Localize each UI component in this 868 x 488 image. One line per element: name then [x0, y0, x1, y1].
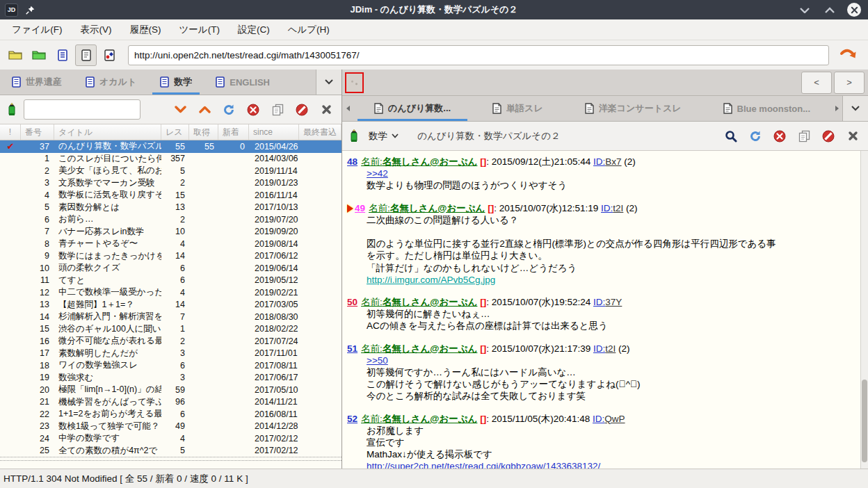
stop-button[interactable] — [771, 127, 789, 145]
prev-view-button[interactable]: < — [801, 72, 832, 94]
thread-view-button[interactable] — [75, 44, 97, 66]
close-panel-button[interactable] — [317, 101, 335, 119]
menu-item[interactable]: ヘルプ(H) — [279, 19, 339, 40]
thread-row[interactable]: 4 数学板に活気を取り戻すぞ 15 2016/11/14 — [0, 189, 341, 202]
col-title[interactable]: タイトル — [54, 124, 161, 140]
url-go-button[interactable] — [836, 43, 860, 67]
reload-button[interactable] — [746, 127, 764, 145]
thread-row[interactable]: 18 ワイの数学勉強スレ 6 2017/08/11 — [0, 359, 341, 372]
image-view-button[interactable] — [99, 44, 120, 66]
post-link[interactable]: >>50 — [367, 355, 388, 366]
thread-row[interactable]: 3 文系数学でマーカン受験 2 2019/01/23 — [0, 177, 341, 190]
post-link[interactable]: >>42 — [367, 168, 388, 179]
board-tab[interactable]: ENGLISH — [204, 70, 282, 95]
board-select-dropdown[interactable]: 数学 — [366, 130, 401, 143]
tab-scroll-left-button[interactable] — [342, 96, 353, 121]
poster-id-link[interactable]: ID:t2I — [601, 203, 623, 213]
menu-item[interactable]: ファイル(F) — [3, 19, 72, 40]
thread-tab[interactable]: Blue moonston... — [702, 96, 831, 121]
post-link[interactable]: http://i.imgur.com/APvb5Cg.jpg — [367, 275, 495, 285]
post-number-link[interactable]: 50 — [347, 297, 357, 307]
delete-button[interactable] — [819, 127, 837, 145]
next-view-button[interactable]: > — [834, 72, 865, 94]
col-number[interactable]: 番号 — [21, 124, 54, 140]
thread-row[interactable]: 21 機械学習をがんばって学ぶ 96 2014/11/21 — [0, 396, 341, 409]
thread-row[interactable]: 22 1+1=2をお前らが考える最も 6 2016/08/11 — [0, 408, 341, 421]
thread-tab[interactable]: 単語スレ — [472, 96, 564, 121]
poster-name[interactable]: 名無しさん@おーぷん — [383, 414, 478, 424]
poster-id-link[interactable]: ID:37Y — [593, 297, 622, 307]
minimize-button[interactable] — [797, 2, 812, 17]
pin-icon[interactable] — [25, 5, 35, 15]
poster-id-link[interactable]: ID:QwP — [593, 414, 625, 424]
search-down-button[interactable] — [171, 101, 189, 119]
thread-row[interactable]: 7 バナー応募スレin数学 10 2019/09/20 — [0, 226, 341, 238]
board-tab[interactable]: オカルト — [74, 70, 148, 95]
thread-tab-list-button[interactable] — [842, 96, 868, 121]
thread-row[interactable]: 23 数検1級って独学で可能？ 49 2014/12/28 — [0, 421, 341, 433]
poster-name[interactable]: 名無しさん@おーぷん — [383, 297, 478, 307]
threadlist-search-input[interactable] — [24, 99, 140, 120]
thread-row[interactable]: 9 数学にはまったきっかけを教 14 2017/06/12 — [0, 250, 341, 263]
copy-button[interactable] — [795, 127, 813, 145]
thread-tab[interactable]: 洋楽コンサートスレ — [564, 96, 702, 121]
stop-button[interactable] — [244, 101, 262, 119]
copy-button[interactable] — [268, 101, 287, 119]
threadlist-header[interactable]: ! 番号 タイトル レス 取得 新着 since 最終書込 — [0, 124, 341, 140]
col-res[interactable]: レス — [161, 124, 189, 140]
thread-row[interactable]: 19 数強求む 3 2017/06/17 — [0, 372, 341, 384]
board-tab-list-button[interactable] — [316, 70, 341, 95]
thread-row[interactable]: ✔ 37 のんびり算数・数学パズルそ 55 55 0 2015/04/26 — [0, 140, 341, 153]
write-pencil-icon[interactable] — [348, 129, 360, 144]
col-lastwrite[interactable]: 最終書込 — [299, 124, 341, 140]
col-got[interactable]: 取得 — [189, 124, 218, 140]
menu-item[interactable]: ツール(T) — [170, 19, 229, 40]
url-input[interactable] — [128, 45, 829, 65]
thread-row[interactable]: 6 お前ら… 2 2019/07/20 — [0, 213, 341, 226]
col-new[interactable]: 新着 — [218, 124, 249, 140]
thread-row[interactable]: 25 全ての素数の積が4π^2で 5 2017/02/12 — [0, 445, 341, 457]
maximize-button[interactable] — [822, 2, 837, 17]
post-link[interactable]: http://super2ch.net/test/read.cgi/kqbbzo… — [367, 461, 600, 469]
thread-row[interactable]: 20 極限「lim[n→1-0](n)」の結果 59 2017/05/10 — [0, 384, 341, 396]
post-number-link[interactable]: 51 — [347, 343, 357, 354]
thread-row[interactable]: 10 頭の柔軟クイズ 6 2019/06/14 — [0, 262, 341, 275]
thread-row[interactable]: 1 このスレが目についたら何か 357 2014/03/06 — [0, 153, 341, 165]
poster-name[interactable]: 名無しさん@おーぷん — [383, 156, 478, 167]
search-up-button[interactable] — [195, 101, 214, 119]
thread-row[interactable]: 13 【超難問】1＋1=？ 14 2017/03/05 — [0, 299, 341, 311]
col-since[interactable]: since — [249, 124, 299, 140]
menu-item[interactable]: 履歴(S) — [121, 19, 170, 40]
thread-row[interactable]: 16 微分不可能な点が表れる最 2 2017/07/24 — [0, 335, 341, 348]
open-board-button[interactable] — [4, 44, 26, 66]
scrollbar-thumb[interactable] — [862, 380, 867, 462]
vertical-scrollbar[interactable] — [860, 151, 868, 469]
post-number-link[interactable]: 48 — [347, 156, 357, 167]
col-mark[interactable]: ! — [0, 124, 21, 140]
poster-id-link[interactable]: ID:Bx7 — [593, 156, 622, 167]
post-number-link[interactable]: 52 — [347, 414, 357, 424]
close-button[interactable] — [847, 3, 861, 17]
board-tab[interactable]: 数学 — [148, 70, 204, 95]
poster-name[interactable]: 名無しさん@おーぷん — [390, 203, 485, 213]
delete-button[interactable] — [293, 101, 311, 119]
post-number-link[interactable]: 49 — [355, 203, 365, 213]
boardlist-view-button[interactable] — [51, 44, 73, 66]
poster-name[interactable]: 名無しさん@おーぷん — [383, 343, 478, 354]
thread-row[interactable]: 12 中二で数検準一級受かった 4 2019/02/21 — [0, 286, 341, 299]
thread-tab[interactable]: のんびり算数... — [353, 96, 472, 121]
thread-row[interactable]: 15 渋谷のギャル100人に聞い 1 2018/02/22 — [0, 323, 341, 336]
thread-row[interactable]: 24 中学の数学です 4 2017/02/12 — [0, 432, 341, 445]
menu-item[interactable]: 表示(V) — [72, 19, 121, 40]
image-thumbnail-tab[interactable] — [345, 72, 364, 93]
search-button[interactable] — [722, 127, 740, 145]
thread-row[interactable]: 17 素数解明したんだが 3 2017/11/01 — [0, 348, 341, 360]
thread-row[interactable]: 14 杉浦解析入門・解析演習を 7 2018/08/30 — [0, 311, 341, 323]
poster-id-link[interactable]: ID:t2I — [593, 343, 616, 354]
favorite-folder-button[interactable] — [28, 44, 49, 66]
reload-button[interactable] — [220, 101, 238, 119]
thread-row[interactable]: 8 青チャートやるぞ〜 4 2019/08/14 — [0, 238, 341, 250]
thread-row[interactable]: 5 素因数分解とは 13 2017/10/13 — [0, 202, 341, 214]
board-tab[interactable]: 世界遺産 — [0, 70, 74, 95]
thread-row[interactable]: 2 美少女「ほら見て、私のおま 5 2019/11/14 — [0, 165, 341, 177]
